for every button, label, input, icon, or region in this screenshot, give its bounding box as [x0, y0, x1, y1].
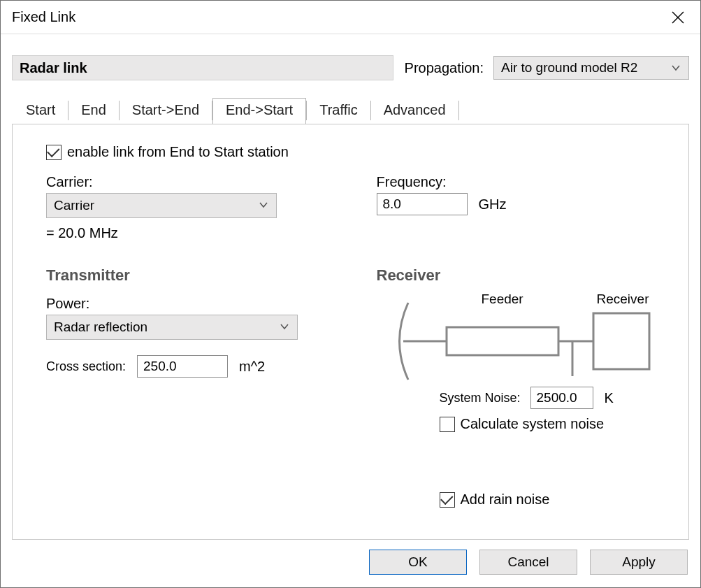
frequency-column: Frequency: GHz: [377, 174, 665, 241]
dialog-fixed-link: Fixed Link Radar link Propagation: Air t…: [0, 0, 701, 588]
carrier-frequency-row: Carrier: Carrier = 20.0 MHz Frequency: G…: [46, 174, 665, 241]
add-rain-noise-label: Add rain noise: [461, 492, 550, 508]
transmitter-heading: Transmitter: [46, 266, 335, 285]
cancel-button[interactable]: Cancel: [479, 550, 577, 575]
enable-link-checkbox[interactable]: [46, 145, 62, 160]
link-name-field[interactable]: Radar link: [12, 55, 393, 80]
receiver-diagram-svg: [377, 296, 670, 387]
tab-advanced[interactable]: Advanced: [371, 98, 458, 124]
tab-start-to-end[interactable]: Start->End: [120, 98, 212, 124]
frequency-input[interactable]: [377, 193, 468, 215]
tab-panel-end-to-start: enable link from End to Start station Ca…: [12, 124, 689, 540]
power-value: Radar reflection: [54, 320, 147, 335]
receiver-heading: Receiver: [377, 266, 665, 285]
carrier-eq-line: = 20.0 MHz: [46, 225, 335, 241]
chevron-down-icon: [279, 321, 290, 332]
enable-link-label: enable link from End to Start station: [67, 144, 289, 160]
receiver-box-label: Receiver: [597, 292, 649, 307]
system-noise-unit: K: [605, 390, 614, 406]
system-noise-input[interactable]: [530, 387, 593, 409]
propagation-select[interactable]: Air to ground model R2: [493, 56, 689, 80]
titlebar: Fixed Link: [1, 1, 700, 34]
enable-link-checkbox-row: enable link from End to Start station: [46, 144, 665, 160]
carrier-value: Carrier: [54, 198, 94, 213]
system-noise-label: System Noise:: [440, 391, 521, 406]
dialog-footer: OK Cancel Apply: [1, 540, 700, 587]
chevron-down-icon: [670, 62, 681, 73]
ok-button[interactable]: OK: [369, 550, 467, 575]
frequency-label: Frequency:: [377, 174, 665, 190]
calculate-system-noise-label: Calculate system noise: [461, 416, 605, 432]
cross-section-label: Cross section:: [46, 359, 126, 374]
power-select[interactable]: Radar reflection: [46, 315, 298, 340]
calculate-system-noise-checkbox[interactable]: [440, 417, 455, 432]
feeder-label: Feeder: [482, 292, 523, 307]
add-rain-noise-checkbox[interactable]: [440, 492, 455, 508]
carrier-select[interactable]: Carrier: [46, 193, 277, 218]
cross-section-unit: m^2: [239, 359, 265, 375]
receiver-column: Receiver Feeder Receiver System Noise:: [377, 241, 665, 522]
carrier-label: Carrier:: [46, 174, 335, 190]
tab-end-to-start[interactable]: End->Start: [212, 98, 306, 124]
transmitter-receiver-row: Transmitter Power: Radar reflection Cros…: [46, 241, 665, 522]
svg-rect-3: [447, 327, 558, 355]
chevron-down-icon: [258, 199, 269, 210]
propagation-value: Air to ground model R2: [501, 60, 637, 76]
frequency-unit: GHz: [479, 196, 507, 213]
tab-bar: Start End Start->End End->Start Traffic …: [1, 97, 700, 124]
header-row: Radar link Propagation: Air to ground mo…: [1, 34, 700, 80]
receiver-diagram: Feeder Receiver System Noise: K Calculat…: [377, 296, 665, 436]
tab-end[interactable]: End: [68, 98, 119, 124]
power-label: Power:: [46, 296, 335, 312]
transmitter-column: Transmitter Power: Radar reflection Cros…: [46, 241, 335, 522]
apply-button[interactable]: Apply: [590, 550, 688, 575]
svg-rect-6: [593, 313, 649, 369]
close-button[interactable]: [665, 5, 691, 30]
window-title: Fixed Link: [12, 9, 75, 25]
link-name-value: Radar link: [20, 60, 87, 76]
carrier-column: Carrier: Carrier = 20.0 MHz: [46, 174, 335, 241]
tab-traffic[interactable]: Traffic: [307, 98, 370, 124]
propagation-label: Propagation:: [405, 60, 484, 76]
close-icon: [671, 10, 685, 24]
cross-section-input[interactable]: [137, 355, 228, 378]
tab-start[interactable]: Start: [13, 98, 68, 124]
